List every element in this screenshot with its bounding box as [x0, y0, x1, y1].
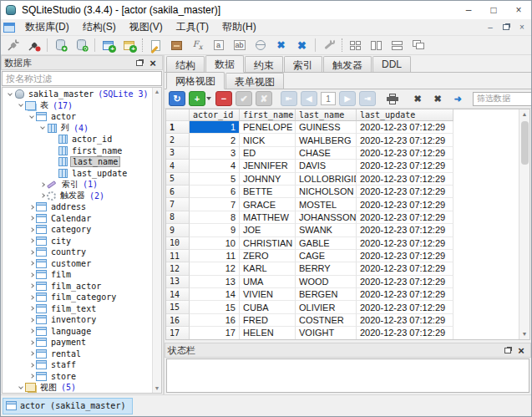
- tree-item-last_update[interactable]: last_update: [3, 168, 152, 180]
- grid-scrollbar[interactable]: ▲ ▼: [519, 109, 529, 339]
- cell-last_update[interactable]: 2020-12-23 07:12:29: [357, 134, 453, 146]
- scroll-up-icon[interactable]: ▲: [155, 88, 160, 96]
- cell-last_update[interactable]: 2020-12-23 07:12:29: [357, 314, 453, 327]
- chevron-down-icon[interactable]: [28, 116, 36, 118]
- tree-scrollbar[interactable]: ▲ ▼: [152, 88, 161, 393]
- tab-constraints[interactable]: 约束: [245, 56, 283, 72]
- shrink-columns-button[interactable]: ✖: [409, 91, 426, 106]
- collapse-all-windows-button[interactable]: ✖: [271, 37, 291, 54]
- row-number[interactable]: 11: [166, 250, 190, 262]
- cell-first_name[interactable]: ZERO: [240, 250, 296, 262]
- tree-item-film_category[interactable]: film_category: [3, 292, 152, 303]
- cell-last_update[interactable]: 2020-12-23 07:12:29: [357, 211, 453, 224]
- cell-first_name[interactable]: JOE: [240, 224, 296, 236]
- cell-last_update[interactable]: 2020-12-23 07:12:29: [357, 173, 453, 186]
- chevron-down-icon[interactable]: [17, 387, 25, 389]
- cell-first_name[interactable]: BETTE: [240, 186, 296, 198]
- tab-data[interactable]: 数据: [205, 55, 244, 73]
- tree-item-触发器[interactable]: 触发器(2): [3, 191, 152, 202]
- chevron-right-icon[interactable]: [28, 251, 36, 254]
- cell-actor_id[interactable]: 2: [190, 134, 240, 146]
- tree-item-city[interactable]: city: [3, 236, 152, 247]
- tree-item-视图[interactable]: 视图(5): [3, 382, 152, 393]
- tree-item-last_name[interactable]: last_name: [3, 156, 152, 168]
- menu-database[interactable]: 数据库(D): [18, 18, 76, 36]
- tree-item-first_name[interactable]: first_name: [3, 145, 152, 157]
- cell-last_name[interactable]: WAHLBERG: [296, 134, 357, 146]
- column-header-first_name[interactable]: first_name: [240, 109, 296, 121]
- tree-item-列[interactable]: 列(4): [3, 123, 152, 135]
- tree-item-customer[interactable]: customer: [3, 258, 152, 270]
- row-number[interactable]: 9: [166, 224, 190, 236]
- row-number[interactable]: 3: [166, 147, 190, 160]
- cell-last_update[interactable]: 2020-12-23 07:12:29: [357, 224, 453, 236]
- cell-actor_id[interactable]: 12: [190, 262, 240, 275]
- add-database-button[interactable]: [50, 37, 71, 54]
- tree-item-表[interactable]: 表(17): [3, 100, 152, 112]
- mdi-minimize-button[interactable]: –: [484, 22, 497, 33]
- cell-first_name[interactable]: FRED: [240, 314, 296, 327]
- cell-last_name[interactable]: COSTNER: [296, 314, 357, 327]
- tile-windows-button[interactable]: [345, 37, 366, 54]
- cell-last_update[interactable]: 2020-12-23 07:12:29: [357, 121, 453, 134]
- cell-last_name[interactable]: LOLLOBRIGIDA: [296, 173, 357, 186]
- window-list-item-actor[interactable]: actor (sakila_master): [3, 398, 133, 414]
- tree-item-inventory[interactable]: inventory: [3, 314, 152, 326]
- row-number[interactable]: 16: [166, 314, 190, 327]
- row-number[interactable]: 4: [166, 160, 190, 172]
- connect-database-button[interactable]: [3, 37, 23, 54]
- cell-last_update[interactable]: 2020-12-23 07:12:29: [357, 288, 453, 301]
- tree-item-country[interactable]: country: [3, 247, 152, 258]
- page-number-input[interactable]: 1: [321, 92, 336, 105]
- first-page-button[interactable]: ⇤: [281, 91, 297, 106]
- cell-last_update[interactable]: 2020-12-23 07:12:29: [357, 198, 453, 211]
- expand-columns-button[interactable]: ✖: [429, 91, 446, 106]
- cell-actor_id[interactable]: 3: [190, 147, 240, 160]
- cell-actor_id[interactable]: 15: [190, 301, 240, 313]
- cell-actor_id[interactable]: 1: [190, 121, 240, 134]
- open-function-editor-button[interactable]: Fx: [187, 37, 208, 54]
- chevron-right-icon[interactable]: [28, 206, 36, 209]
- cell-actor_id[interactable]: 14: [190, 288, 240, 301]
- grid-scroll-down-icon[interactable]: ▼: [522, 329, 528, 339]
- cell-last_update[interactable]: 2020-12-23 07:12:29: [357, 301, 453, 313]
- cell-first_name[interactable]: JENNIFER: [240, 160, 296, 172]
- open-configuration-button[interactable]: [318, 37, 339, 54]
- cell-last_update[interactable]: 2020-12-23 07:12:29: [357, 160, 453, 172]
- cell-actor_id[interactable]: 8: [190, 211, 240, 224]
- tab-triggers[interactable]: 触发器: [323, 56, 372, 72]
- row-number[interactable]: 17: [166, 327, 190, 339]
- cell-first_name[interactable]: CHRISTIAN: [240, 237, 296, 250]
- cell-first_name[interactable]: MATTHEW: [240, 211, 296, 224]
- tree-item-sakila_master[interactable]: sakila_master(SQLite 3): [3, 89, 152, 100]
- cell-last_name[interactable]: VOIGHT: [296, 327, 357, 339]
- chevron-right-icon[interactable]: [28, 329, 36, 333]
- tree-item-rental[interactable]: rental: [3, 348, 152, 360]
- tab-ddl[interactable]: DDL: [372, 56, 411, 72]
- cell-last_name[interactable]: MOSTEL: [296, 198, 357, 211]
- commit-changes-button[interactable]: ✔: [236, 91, 252, 106]
- tree-filter-input[interactable]: 按名称过滤: [2, 71, 162, 86]
- cell-last_update[interactable]: 2020-12-23 07:12:29: [357, 147, 453, 160]
- row-number[interactable]: 10: [166, 237, 190, 250]
- tree-item-film_text[interactable]: film_text: [3, 303, 152, 315]
- column-header-last_update[interactable]: last_update: [357, 109, 453, 121]
- cell-last_name[interactable]: BERRY: [296, 262, 357, 275]
- cell-last_update[interactable]: 2020-12-23 07:12:29: [357, 237, 453, 250]
- edit-database-button[interactable]: [71, 37, 92, 54]
- dock-float-icon[interactable]: [133, 57, 146, 69]
- viewtab-grid-view[interactable]: 网格视图: [166, 72, 225, 89]
- tree-item-Calendar[interactable]: Calendar: [3, 213, 152, 225]
- cell-actor_id[interactable]: 10: [190, 237, 240, 250]
- chevron-right-icon[interactable]: [38, 183, 47, 186]
- cell-actor_id[interactable]: 9: [190, 224, 240, 236]
- refresh-grid-button[interactable]: ↻: [169, 91, 185, 106]
- cell-last_name[interactable]: DAVIS: [296, 160, 357, 172]
- dock-close-icon[interactable]: ×: [146, 57, 160, 69]
- cell-actor_id[interactable]: 6: [190, 186, 240, 198]
- cell-first_name[interactable]: HELEN: [240, 327, 296, 339]
- open-collation-editor-button[interactable]: a: [208, 37, 229, 54]
- tree-item-category[interactable]: category: [3, 224, 152, 236]
- chevron-right-icon[interactable]: [28, 239, 36, 242]
- row-number[interactable]: 14: [166, 288, 190, 301]
